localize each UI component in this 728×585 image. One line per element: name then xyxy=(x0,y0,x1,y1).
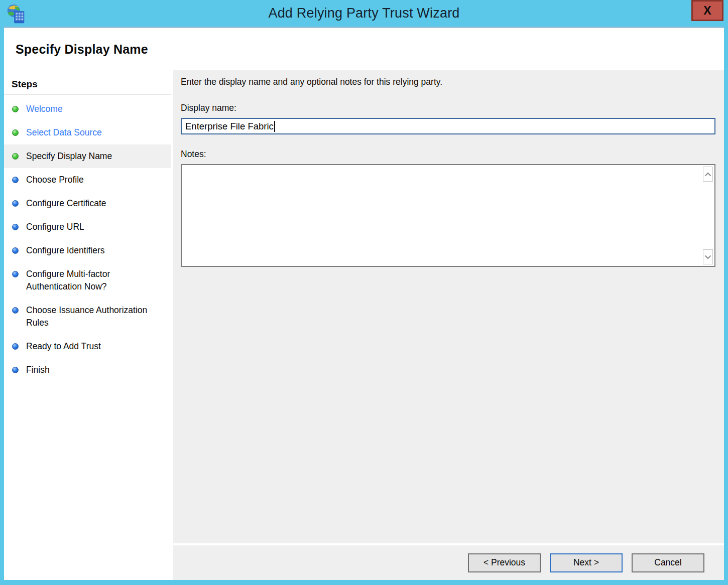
step-todo-icon xyxy=(12,247,19,254)
sidebar-step: Configure Multi-factor Authentication No… xyxy=(4,262,171,299)
scroll-down-button[interactable] xyxy=(703,249,713,264)
sidebar-step: Specify Display Name xyxy=(4,144,171,168)
display-name-input[interactable]: Enterprise File Fabric xyxy=(181,118,715,134)
notes-textarea[interactable] xyxy=(181,164,715,267)
step-label: Choose Issuance Authorization Rules xyxy=(26,304,167,329)
notes-label: Notes: xyxy=(181,149,715,160)
main-panel: Enter the display name and any optional … xyxy=(173,70,724,580)
step-label: Select Data Source xyxy=(26,126,102,139)
sidebar-step: Configure Identifiers xyxy=(4,239,171,262)
titlebar: Add Relying Party Trust Wizard X xyxy=(0,0,728,28)
chevron-up-icon xyxy=(704,172,711,177)
step-done-icon xyxy=(12,106,19,112)
notes-scrollbar[interactable] xyxy=(702,166,713,265)
wizard-footer: < Previous Next > Cancel xyxy=(173,543,724,580)
step-todo-icon xyxy=(12,367,19,373)
step-done-icon xyxy=(12,153,19,160)
steps-list: WelcomeSelect Data SourceSpecify Display… xyxy=(4,97,171,382)
sidebar-step: Ready to Add Trust xyxy=(4,335,171,358)
step-todo-icon xyxy=(12,224,19,230)
step-todo-icon xyxy=(12,343,19,350)
sidebar-step: Configure Certificate xyxy=(4,192,171,215)
step-todo-icon xyxy=(12,177,19,183)
close-button[interactable]: X xyxy=(691,0,723,21)
step-label: Configure Multi-factor Authentication No… xyxy=(26,268,167,293)
step-done-icon xyxy=(12,129,19,136)
chevron-down-icon xyxy=(704,255,711,259)
step-label: Ready to Add Trust xyxy=(26,340,101,353)
step-label: Choose Profile xyxy=(26,174,84,186)
step-todo-icon xyxy=(12,307,19,314)
sidebar-step: Choose Issuance Authorization Rules xyxy=(4,299,171,335)
text-caret xyxy=(274,121,275,132)
step-label: Configure Identifiers xyxy=(26,244,105,257)
step-label: Configure URL xyxy=(26,221,84,233)
wizard-frame: Specify Display Name Steps WelcomeSelect… xyxy=(4,27,724,580)
next-button[interactable]: Next > xyxy=(550,553,623,572)
intro-text: Enter the display name and any optional … xyxy=(181,77,715,87)
step-label: Welcome xyxy=(26,103,63,115)
display-name-value: Enterprise File Fabric xyxy=(185,121,274,132)
sidebar-step[interactable]: Select Data Source xyxy=(4,121,171,144)
sidebar-step[interactable]: Welcome xyxy=(4,97,171,121)
sidebar-step: Finish xyxy=(4,358,171,382)
step-todo-icon xyxy=(12,271,19,277)
step-label: Specify Display Name xyxy=(26,150,112,163)
window-title: Add Relying Party Trust Wizard xyxy=(0,0,728,27)
previous-button[interactable]: < Previous xyxy=(468,553,541,572)
cancel-button[interactable]: Cancel xyxy=(632,553,704,572)
step-label: Configure Certificate xyxy=(26,197,106,210)
sidebar-step: Configure URL xyxy=(4,215,171,239)
steps-heading: Steps xyxy=(4,70,171,95)
page-title: Specify Display Name xyxy=(4,28,724,70)
wizard-content: Steps WelcomeSelect Data SourceSpecify D… xyxy=(4,70,724,580)
sidebar-step: Choose Profile xyxy=(4,168,171,192)
display-name-label: Display name: xyxy=(181,103,715,113)
step-todo-icon xyxy=(12,200,19,207)
step-label: Finish xyxy=(26,364,50,376)
scroll-up-button[interactable] xyxy=(703,167,713,182)
steps-sidebar: Steps WelcomeSelect Data SourceSpecify D… xyxy=(4,70,171,580)
